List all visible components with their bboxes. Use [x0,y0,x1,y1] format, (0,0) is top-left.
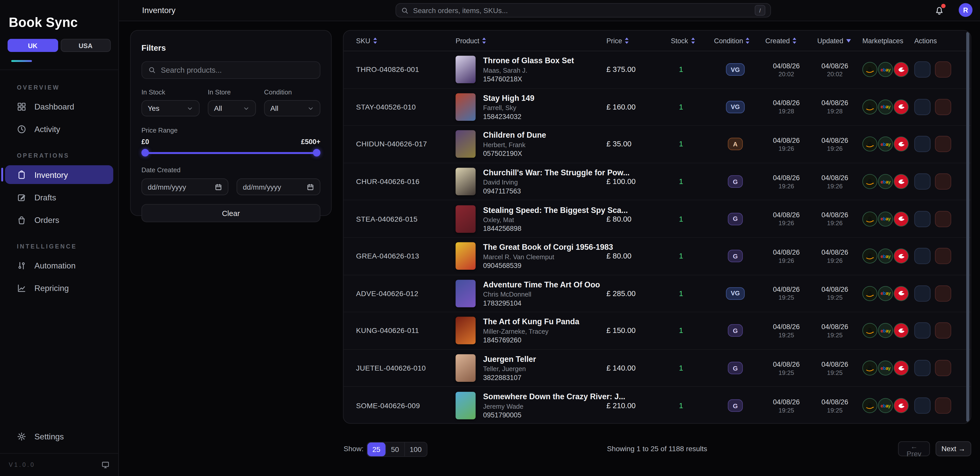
in-stock-select[interactable]: Yes [142,100,200,116]
column-header-sku[interactable]: SKU [356,37,456,44]
edit-button[interactable] [914,174,931,190]
slider-handle-max[interactable] [313,149,320,156]
table-row[interactable]: STEA-040626-015 Stealing Speed: The Bigg… [344,201,971,238]
sidebar-item-dashboard[interactable]: Dashboard [5,97,113,116]
edit-button[interactable] [914,136,931,153]
column-header-stock[interactable]: Stock [671,37,714,44]
date-created-label: Date Created [142,166,320,173]
delete-button[interactable] [935,285,951,302]
condition-select[interactable]: All [264,100,320,116]
table-row[interactable]: SOME-040626-009 Somewhere Down the Crazy… [344,387,971,423]
sidebar-item-activity[interactable]: Activity [5,119,113,138]
page-title: Inventory [142,6,175,15]
table-row[interactable]: KUNG-040626-011 The Art of Kung Fu Panda… [344,312,971,350]
avatar[interactable]: R [959,3,972,17]
nav-section: OperationsInventoryDraftsOrders [0,152,118,229]
sidebar-item-label: Inventory [35,170,68,179]
edit-button[interactable] [914,323,931,339]
sidebar-item-inventory[interactable]: Inventory [5,165,113,184]
delete-button[interactable] [935,323,951,339]
price-min-label: £0 [142,138,149,145]
sidebar-item-settings[interactable]: Settings [5,427,113,446]
updated-date: 04/08/26 [817,323,852,330]
table-row[interactable]: ADVE-040626-012 Adventure Time The Art O… [344,275,971,312]
delete-button[interactable] [935,360,951,376]
table-scrollbar[interactable] [966,32,969,422]
updated-date: 04/08/26 [817,286,852,293]
created-cell: 04/08/26 19:26 [765,174,817,189]
sliders-icon [17,261,26,270]
nav-section: OverviewDashboardActivity [0,84,118,139]
table-row[interactable]: GREA-040626-013 The Great Book of Corgi … [344,238,971,275]
table-row[interactable]: STAY-040526-010 Stay High 149 Farrell, S… [344,89,971,126]
svg-text:a: a [868,363,872,371]
region-button-usa[interactable]: USA [60,39,111,52]
edit-button[interactable] [914,248,931,264]
svg-text:a: a [868,401,872,409]
bird-marketplace-icon [894,212,908,226]
sidebar-item-drafts[interactable]: Drafts [5,188,113,207]
edit-button[interactable] [914,285,931,302]
column-header-created[interactable]: Created [765,37,817,44]
slider-track[interactable] [142,152,320,154]
sku-value: JUETEL-040626-010 [356,365,456,372]
edit-button[interactable] [914,360,931,376]
edit-button[interactable] [914,398,931,414]
global-search-input[interactable]: Search orders, items, SKUs... / [396,3,771,18]
brand-gradient-line [11,60,32,62]
product-isbn: 154760218X [483,75,574,83]
table-row[interactable]: CHIDUN-040626-017 Children of Dune Herbe… [344,126,971,163]
updated-time: 19:28 [817,108,852,115]
in-store-select[interactable]: All [208,100,256,116]
edit-button[interactable] [914,61,931,78]
column-label: Condition [714,37,743,44]
stock-value: 1 [671,215,714,223]
delete-button[interactable] [935,248,951,264]
date-created-inputs: dd/mm/yyyy dd/mm/yyyy [142,178,320,195]
updated-time: 19:26 [817,220,852,227]
notifications-button[interactable] [934,5,944,16]
price-value: £ 210.00 [606,401,671,410]
table-row[interactable]: CHUR-040626-016 Churchill's War: The Str… [344,163,971,201]
slider-handle-min[interactable] [142,149,149,156]
filters-panel: Filters Search products... In Stock Yes … [130,30,332,216]
product-author: Jeremy Wade [483,403,606,410]
column-header-product[interactable]: Product [455,37,606,44]
sidebar-item-repricing[interactable]: Repricing [5,279,113,297]
book-cover-thumbnail [455,205,476,232]
edit-button[interactable] [914,99,931,115]
next-page-button[interactable]: Next → [935,441,971,456]
table-row[interactable]: JUETEL-040626-010 Juergen Teller Teller,… [344,350,971,387]
clear-filters-button[interactable]: Clear [142,204,320,222]
monitor-icon[interactable] [101,461,110,469]
stock-value: 1 [671,103,714,111]
product-cell: Stay High 149 Farrell, Sky 1584234032 [455,93,606,121]
sidebar-item-automation[interactable]: Automation [5,256,113,275]
product-search-input[interactable]: Search products... [142,61,320,79]
region-button-uk[interactable]: UK [8,39,58,52]
product-cell: Children of Dune Herbert, Frank 05750219… [455,131,606,158]
product-title: Throne of Glass Box Set [483,57,574,65]
table-row[interactable]: THRO-040826-001 Throne of Glass Box Set … [344,51,971,89]
column-label: Actions [914,37,937,44]
column-header-price[interactable]: Price [606,37,671,44]
column-header-updated[interactable]: Updated [817,37,862,44]
sidebar-item-orders[interactable]: Orders [5,210,113,229]
column-header-condition[interactable]: Condition [714,37,765,44]
date-to-input[interactable]: dd/mm/yyyy [236,178,320,195]
sort-icon [746,38,750,44]
delete-button[interactable] [935,99,951,115]
delete-button[interactable] [935,398,951,414]
date-from-input[interactable]: dd/mm/yyyy [142,178,229,195]
prev-page-button[interactable]: ← Prev [898,441,930,456]
delete-button[interactable] [935,211,951,227]
amazon-marketplace-icon: a [862,249,877,264]
updated-date: 04/08/26 [817,248,852,256]
delete-button[interactable] [935,174,951,190]
created-cell: 04/08/26 20:02 [765,62,817,78]
marketplaces-cell: aebay [862,174,914,189]
delete-button[interactable] [935,136,951,153]
edit-button[interactable] [914,211,931,227]
delete-button[interactable] [935,61,951,78]
updated-time: 19:25 [817,407,852,414]
